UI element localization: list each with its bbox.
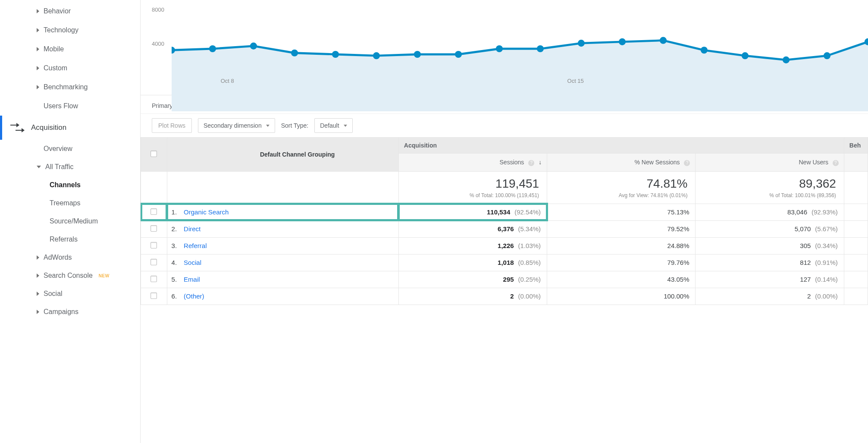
dimension-cell: 5.Email [167, 271, 398, 288]
svg-point-2 [209, 45, 216, 52]
row-checkbox[interactable] [150, 208, 157, 215]
th-dimension[interactable]: Default Channel Grouping [167, 138, 398, 172]
channel-link[interactable]: Direct [184, 225, 201, 232]
dimension-cell: 2.Direct [167, 220, 398, 237]
sidebar-item[interactable]: Mobile [37, 40, 140, 59]
table-row: 2.Direct6,376(5.34%)79.52%5,070(5.67%) [141, 220, 868, 237]
svg-point-10 [537, 45, 544, 52]
sidebar-item[interactable]: Technology [37, 21, 140, 40]
th-pct-new-sessions[interactable]: % New Sessions ? [547, 154, 696, 172]
sort-type-dropdown[interactable]: Default [314, 118, 352, 133]
caret-right-icon [37, 310, 39, 314]
channel-link[interactable]: Organic Search [184, 208, 229, 216]
caret-down-icon [344, 125, 347, 127]
total-pct-new: 74.81% Avg for View: 74.81% (0.01%) [547, 171, 696, 204]
nav-adwords[interactable]: AdWords [37, 248, 140, 267]
svg-point-16 [783, 57, 790, 63]
sort-desc-icon: ↓ [539, 159, 542, 166]
svg-point-9 [496, 45, 503, 52]
sessions-cell: 1,226(1.03%) [398, 237, 547, 254]
pct-new-cell: 79.52% [547, 220, 696, 237]
table-row: 1.Organic Search110,534(92.54%)75.13%83,… [141, 204, 868, 220]
caret-right-icon [37, 292, 39, 296]
main-content: 8000 4000 Oct 8 Oct 15 Primary Dimension… [140, 0, 868, 443]
plot-rows-button[interactable]: Plot Rows [152, 118, 192, 133]
nav-channels[interactable]: Channels [37, 176, 140, 194]
channel-link[interactable]: (Other) [184, 292, 204, 300]
nav-social-section[interactable]: Social [37, 285, 140, 303]
totals-row: 119,451 % of Total: 100.00% (119,451) 74… [141, 171, 868, 204]
xtick-1: Oct 15 [567, 78, 584, 84]
sort-type-label: Sort Type: [281, 122, 309, 129]
nav-acquisition[interactable]: Acquisition [0, 116, 140, 140]
row-checkbox[interactable] [150, 242, 157, 248]
sidebar-item[interactable]: Benchmarking [37, 78, 140, 97]
th-checkbox [141, 138, 167, 172]
nav-overview[interactable]: Overview [37, 140, 140, 158]
nav-all-traffic[interactable]: All Traffic [37, 158, 140, 176]
th-new-users[interactable]: New Users ? [696, 154, 844, 172]
dimension-cell: 3.Referral [167, 237, 398, 254]
row-checkbox[interactable] [150, 259, 157, 265]
channel-link[interactable]: Referral [184, 242, 207, 249]
nav-source-medium[interactable]: Source/Medium [37, 212, 140, 230]
svg-point-14 [701, 47, 708, 53]
svg-point-8 [455, 51, 462, 58]
pct-new-cell: 100.00% [547, 288, 696, 305]
help-icon[interactable]: ? [684, 160, 690, 166]
svg-point-13 [660, 37, 667, 44]
svg-point-11 [578, 40, 585, 47]
pct-new-cell: 75.13% [547, 204, 696, 220]
pct-new-cell: 43.05% [547, 271, 696, 288]
chart-svg [172, 0, 868, 111]
channel-link[interactable]: Social [184, 259, 201, 266]
nav-campaigns[interactable]: Campaigns [37, 303, 140, 321]
sidebar-item[interactable]: Behavior [37, 2, 140, 21]
caret-right-icon [37, 47, 39, 51]
table-row: 5.Email295(0.25%)43.05%127(0.14%) [141, 271, 868, 288]
help-icon[interactable]: ? [528, 160, 534, 166]
caret-right-icon [37, 273, 39, 278]
total-new-users: 89,362 % of Total: 100.01% (89,356) [696, 171, 844, 204]
th-sessions[interactable]: Sessions ? ↓ [398, 154, 547, 172]
channels-table: Default Channel Grouping Acquisition Beh… [141, 137, 868, 305]
sessions-cell: 1,018(0.85%) [398, 254, 547, 271]
row-checkbox[interactable] [150, 292, 157, 299]
caret-right-icon [37, 9, 39, 13]
xtick-0: Oct 8 [221, 78, 234, 84]
help-icon[interactable]: ? [833, 160, 839, 166]
caret-right-icon [37, 255, 39, 260]
svg-point-4 [291, 50, 298, 57]
nav-treemaps[interactable]: Treemaps [37, 194, 140, 212]
select-all-checkbox[interactable] [150, 151, 157, 157]
dimension-cell: 6.(Other) [167, 288, 398, 305]
sessions-chart: 8000 4000 Oct 8 Oct 15 [141, 0, 868, 95]
new-users-cell: 2(0.00%) [696, 288, 844, 305]
svg-point-17 [824, 52, 830, 59]
nav-acquisition-label: Acquisition [31, 123, 66, 132]
caret-down-icon [266, 125, 269, 127]
new-badge: NEW [99, 273, 110, 278]
new-users-cell: 83,046(92.93%) [696, 204, 844, 220]
pct-new-cell: 24.88% [547, 237, 696, 254]
sessions-cell: 2(0.00%) [398, 288, 547, 305]
dimension-cell: 4.Social [167, 254, 398, 271]
controls-row: Plot Rows Secondary dimension Sort Type:… [141, 114, 868, 137]
secondary-dimension-dropdown[interactable]: Secondary dimension [198, 118, 275, 133]
sessions-cell: 295(0.25%) [398, 271, 547, 288]
caret-right-icon [37, 66, 39, 70]
row-checkbox[interactable] [150, 276, 157, 282]
sidebar: BehaviorTechnologyMobileCustomBenchmarki… [0, 0, 140, 443]
ytick-4000: 4000 [152, 40, 164, 47]
caret-down-icon [37, 166, 41, 168]
row-checkbox[interactable] [150, 225, 157, 232]
sidebar-item[interactable]: Users Flow [37, 97, 140, 116]
th-group-behavior: Beh [844, 138, 868, 154]
table-row: 4.Social1,018(0.85%)79.76%812(0.91%) [141, 254, 868, 271]
nav-referrals[interactable]: Referrals [37, 230, 140, 248]
channel-link[interactable]: Email [184, 276, 200, 283]
new-users-cell: 812(0.91%) [696, 254, 844, 271]
nav-search-console[interactable]: Search Console NEW [37, 267, 140, 285]
sidebar-item[interactable]: Custom [37, 59, 140, 78]
dimension-cell: 1.Organic Search [167, 204, 398, 220]
